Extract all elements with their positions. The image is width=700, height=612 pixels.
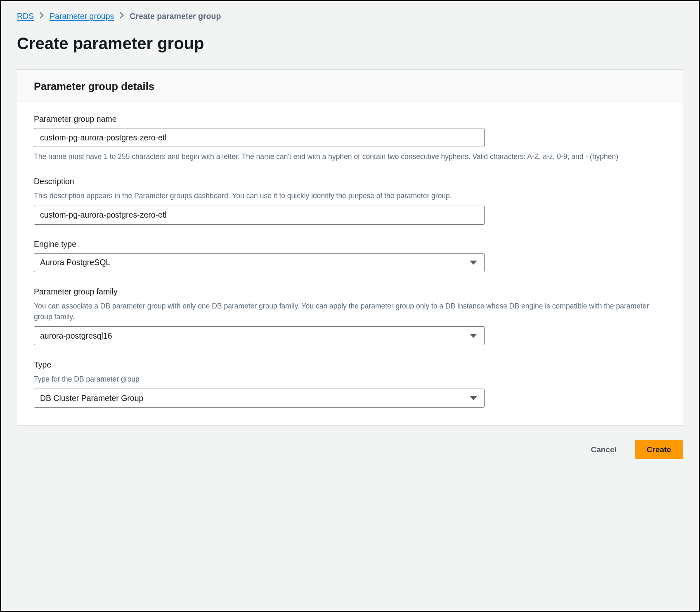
breadcrumb: RDS Parameter groups Create parameter gr… — [17, 9, 683, 21]
chevron-right-icon — [40, 12, 44, 21]
form-group-engine-type: Engine type — [34, 240, 666, 272]
helper-parameter-group-family: You can associate a DB parameter group w… — [34, 301, 666, 323]
label-description: Description — [34, 177, 666, 186]
label-parameter-group-family: Parameter group family — [34, 287, 666, 297]
form-card: Parameter group details Parameter group … — [17, 69, 683, 425]
form-group-type: Type Type for the DB parameter group — [34, 360, 666, 408]
input-description[interactable] — [34, 206, 485, 225]
breadcrumb-current: Create parameter group — [130, 12, 221, 21]
input-parameter-group-name[interactable] — [34, 128, 485, 147]
form-group-description: Description This description appears in … — [34, 177, 666, 224]
select-engine-type[interactable] — [34, 253, 485, 272]
helper-parameter-group-name: The name must have 1 to 255 characters a… — [34, 151, 666, 162]
chevron-right-icon — [120, 12, 124, 21]
helper-type: Type for the DB parameter group — [34, 374, 666, 384]
select-type[interactable] — [34, 389, 485, 408]
select-parameter-group-family[interactable] — [34, 326, 485, 345]
form-group-name: Parameter group name The name must have … — [34, 114, 666, 162]
breadcrumb-link-parameter-groups[interactable]: Parameter groups — [50, 12, 114, 21]
footer-actions: Cancel Create — [17, 425, 683, 459]
cancel-button[interactable]: Cancel — [579, 440, 628, 459]
form-group-family: Parameter group family You can associate… — [34, 287, 666, 346]
label-parameter-group-name: Parameter group name — [34, 114, 666, 124]
label-engine-type: Engine type — [34, 240, 666, 249]
helper-description: This description appears in the Paramete… — [34, 190, 666, 201]
card-title: Parameter group details — [34, 81, 666, 93]
breadcrumb-link-rds[interactable]: RDS — [17, 12, 34, 21]
page-title: Create parameter group — [17, 34, 683, 53]
label-type: Type — [34, 360, 666, 370]
create-button[interactable]: Create — [635, 440, 683, 459]
card-header: Parameter group details — [17, 70, 683, 102]
